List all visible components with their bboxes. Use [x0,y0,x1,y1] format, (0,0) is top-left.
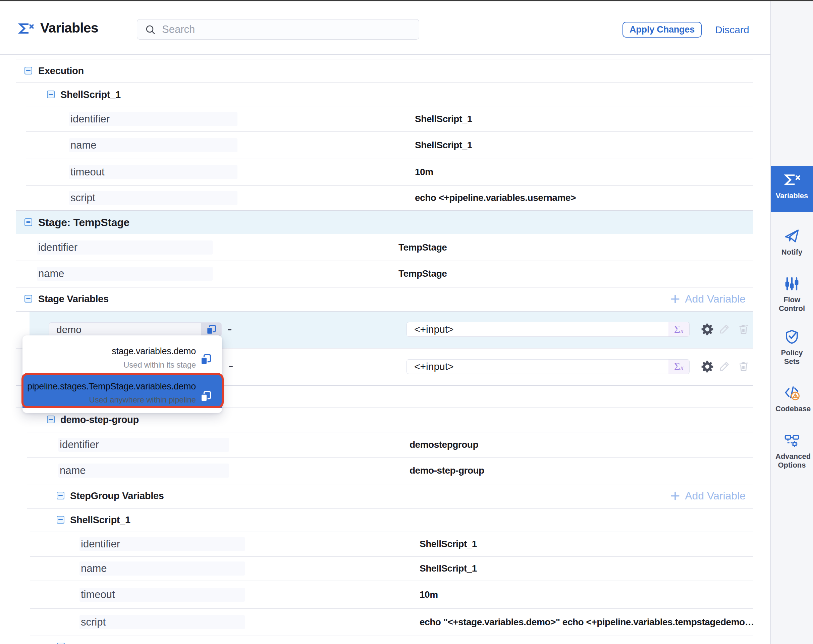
collapse-minus-icon[interactable] [25,67,32,74]
variables-sigma-logo-icon [17,23,34,36]
prop-row-name: name ShellScript_1 [0,132,753,159]
required-dash [229,366,233,368]
sliders-icon [775,276,808,293]
section-label: ShellScript_1 [70,514,130,525]
variable-edit-button[interactable] [718,360,730,374]
pencil-icon [718,324,730,336]
plus-icon [670,491,680,501]
paper-plane-icon [775,228,808,246]
variable-value: <+input> [414,361,454,372]
section-row-shellscript-1[interactable]: ShellScript_1 [0,83,753,107]
sidebar-item-codebase[interactable]: Codebase [771,385,813,413]
prop-value: TempStage [399,268,447,279]
section-label: StepGroup Variables [70,491,164,501]
apply-changes-button[interactable]: Apply Changes [623,22,702,38]
variable-name-pill[interactable]: demo [49,322,222,337]
section-row-partial[interactable] [0,636,753,644]
trash-icon [738,360,750,373]
add-variable-label: Add Variable [685,490,746,502]
prop-value: echo "<+stage.variables.demo>" echo <+pi… [420,617,754,627]
variable-settings-button[interactable] [701,360,713,374]
sidebar-item-notify[interactable]: Notify [771,228,813,257]
sidebar-item-label: Flow Control [779,296,805,313]
prop-row-identifier: identifier ShellScript_1 [0,107,753,132]
required-dash [228,329,232,330]
prop-label: name [81,563,107,575]
prop-row-identifier: identifier demostepgroup [0,432,753,457]
prop-label: name [38,268,64,280]
page-title: Variables [40,20,98,36]
prop-value: echo <+pipeline.variables.username> [415,193,576,203]
prop-row-identifier: identifier TempStage [0,234,753,261]
section-label: Execution [38,65,84,76]
add-variable-button[interactable]: Add Variable [670,293,746,305]
prop-row-name: name TempStage [0,261,753,287]
collapse-minus-icon[interactable] [57,492,64,500]
section-row-execution[interactable]: Execution [0,59,753,83]
collapse-minus-icon[interactable] [25,295,32,302]
collapse-minus-icon[interactable] [25,218,32,226]
search-input[interactable] [161,20,411,38]
prop-value: TempStage [399,242,447,253]
collapse-minus-icon[interactable] [57,516,64,524]
section-row-stage-tempstage[interactable]: Stage: TempStage [0,210,753,234]
prop-label: identifier [38,241,77,254]
collapse-minus-icon[interactable] [57,642,65,644]
prop-value: 10m [415,167,433,178]
expression-sigma-icon[interactable]: Σx [669,322,689,336]
sidebar-item-label: Codebase [775,405,811,413]
sidebar-item-label: Policy Sets [781,348,803,366]
variable-value-input[interactable]: <+input> Σx [406,322,690,337]
expression-sigma-icon[interactable]: Σx [669,360,689,374]
section-label: ShellScript_1 [60,89,121,100]
copy-button[interactable] [199,354,212,368]
sidebar-item-label: Variables [776,192,808,200]
search-box [137,19,419,40]
collapse-minus-icon[interactable] [47,90,55,98]
search-icon [145,25,156,35]
sigma-x-icon [771,173,813,188]
variable-settings-button[interactable] [701,324,713,337]
prop-label: name [71,139,97,151]
collapse-minus-icon[interactable] [47,416,55,423]
sidebar-item-policy-sets[interactable]: Policy Sets [771,329,813,366]
sidebar-item-variables[interactable]: Variables [771,166,813,212]
right-nav-sidebar: Variables Notify Flow Control [770,2,813,644]
variable-value-input[interactable]: <+input> Σx [406,359,690,374]
variable-edit-button[interactable] [718,324,730,337]
prop-row-name: name ShellScript_1 [0,557,753,581]
popover-option-path[interactable]: stage.variables.demo [112,346,196,357]
sidebar-item-label: Notify [781,248,802,256]
prop-label: script [71,192,95,204]
copy-button[interactable] [201,323,221,336]
prop-label: identifier [60,439,99,451]
variable-value: <+input> [414,324,454,335]
prop-row-script: script echo "<+stage.variables.demo>" ec… [0,609,753,636]
prop-value: ShellScript_1 [415,140,472,150]
sidebar-item-label: Advanced Options [775,452,811,469]
prop-row-identifier: identifier ShellScript_1 [0,532,753,557]
section-label: demo-step-group [60,414,139,425]
discard-button[interactable]: Discard [715,22,749,38]
prop-value: demostepgroup [410,439,478,450]
gear-icon [701,324,713,336]
prop-value: ShellScript_1 [415,114,472,124]
prop-row-timeout: timeout 10m [0,581,753,609]
add-variable-button[interactable]: Add Variable [670,490,746,502]
section-row-stage-variables[interactable]: Stage Variables Add Variable [0,287,753,311]
section-row-shellscript-1-nested[interactable]: ShellScript_1 [0,508,753,532]
shield-check-icon [775,329,808,347]
variable-delete-button[interactable] [738,324,750,337]
prop-value: ShellScript_1 [420,539,477,549]
sidebar-item-flow-control[interactable]: Flow Control [771,276,813,313]
section-row-stepgroup-variables[interactable]: StepGroup Variables Add Variable [0,484,753,508]
trash-icon [738,324,750,336]
prop-row-timeout: timeout 10m [0,159,753,186]
prop-label: script [81,616,106,628]
gear-icon [701,360,713,373]
sidebar-item-advanced-options[interactable]: Advanced Options [771,433,813,469]
variable-delete-button[interactable] [738,360,750,374]
variables-panel-header: Variables Apply Changes Discard [0,2,770,55]
prop-label: identifier [81,538,120,550]
section-label: Stage: TempStage [38,216,129,228]
